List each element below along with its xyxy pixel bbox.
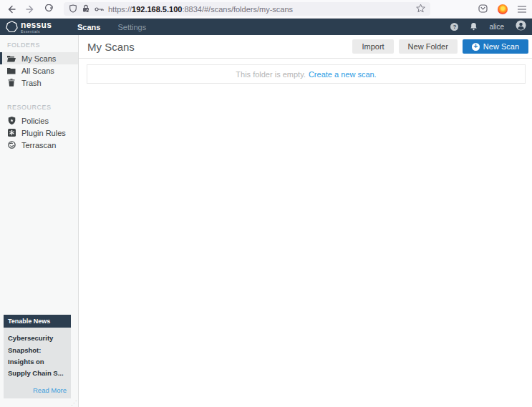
tab-settings[interactable]: Settings bbox=[117, 23, 146, 31]
sidebar-item-plugin-rules[interactable]: Plugin Rules bbox=[0, 127, 78, 139]
folder-icon bbox=[7, 67, 16, 74]
firefox-account-icon[interactable] bbox=[498, 4, 508, 14]
sidebar-section-resources: RESOURCES bbox=[0, 97, 78, 114]
tab-scans[interactable]: Scans bbox=[77, 23, 100, 31]
menu-hamburger-icon[interactable] bbox=[518, 3, 526, 16]
planet-icon bbox=[7, 141, 16, 149]
empty-folder-text: This folder is empty. bbox=[236, 70, 306, 79]
sidebar-item-my-scans[interactable]: My Scans bbox=[0, 52, 78, 64]
brand-subtitle: Essentials bbox=[21, 30, 52, 34]
pocket-icon[interactable] bbox=[478, 3, 488, 16]
sidebar-item-all-scans[interactable]: All Scans bbox=[0, 64, 78, 77]
bookmark-star-icon[interactable] bbox=[416, 3, 425, 16]
sidebar-item-label: Terrascan bbox=[21, 141, 56, 149]
app-header: nessus Essentials Scans Settings ? alice bbox=[0, 19, 532, 35]
new-folder-button[interactable]: New Folder bbox=[399, 39, 458, 54]
news-title: Tenable News bbox=[4, 315, 71, 328]
sidebar-item-label: Trash bbox=[21, 79, 42, 87]
create-new-scan-link[interactable]: Create a new scan. bbox=[309, 70, 377, 79]
main-content: My Scans Import New Folder + New Scan Th… bbox=[79, 35, 532, 407]
sidebar-item-trash[interactable]: Trash bbox=[0, 77, 78, 89]
browser-toolbar: https://192.168.5.100:8834/#/scans/folde… bbox=[0, 0, 532, 19]
shield-star-icon bbox=[7, 117, 16, 125]
plus-icon: + bbox=[472, 43, 480, 51]
notifications-bell-icon[interactable] bbox=[470, 21, 478, 34]
sidebar-item-label: Plugin Rules bbox=[21, 129, 66, 137]
nessus-logo[interactable]: nessus Essentials bbox=[0, 21, 74, 34]
back-button[interactable] bbox=[7, 5, 16, 14]
sidebar-item-label: All Scans bbox=[21, 67, 54, 75]
empty-folder-notice: This folder is empty. Create a new scan. bbox=[87, 64, 526, 84]
insecure-lock-icon[interactable] bbox=[82, 3, 90, 16]
tenable-news-widget: Tenable News Cybersecurity Snapshot: Ins… bbox=[4, 315, 71, 398]
browser-window: https://192.168.5.100:8834/#/scans/folde… bbox=[0, 0, 532, 407]
url-bar[interactable]: https://192.168.5.100:8834/#/scans/folde… bbox=[64, 2, 430, 16]
sidebar-item-label: My Scans bbox=[21, 54, 56, 63]
sidebar-item-label: Policies bbox=[21, 117, 49, 125]
news-read-more-link[interactable]: Read More bbox=[8, 386, 67, 394]
trash-icon bbox=[7, 79, 16, 87]
page-title: My Scans bbox=[87, 41, 135, 53]
nessus-heptagon-icon bbox=[6, 21, 18, 33]
url-text: https://192.168.5.100:8834/#/scans/folde… bbox=[108, 5, 293, 14]
reload-button[interactable] bbox=[44, 4, 54, 14]
help-icon[interactable]: ? bbox=[450, 23, 458, 31]
new-scan-label: New Scan bbox=[483, 42, 519, 51]
username[interactable]: alice bbox=[489, 23, 504, 31]
brand-name: nessus bbox=[21, 21, 52, 29]
sidebar: FOLDERS My Scans All Scans Trash RESO bbox=[0, 35, 79, 407]
sidebar-item-policies[interactable]: Policies bbox=[0, 114, 78, 127]
tracking-protection-shield-icon[interactable] bbox=[69, 3, 77, 16]
news-headline[interactable]: Cybersecurity Snapshot: Insights on Supp… bbox=[8, 333, 67, 379]
plugin-icon bbox=[7, 129, 16, 137]
key-icon[interactable] bbox=[95, 3, 104, 16]
forward-button[interactable] bbox=[26, 5, 34, 14]
new-scan-button[interactable]: + New Scan bbox=[463, 39, 528, 54]
sidebar-item-terrascan[interactable]: Terrascan bbox=[0, 139, 78, 151]
import-button[interactable]: Import bbox=[352, 39, 393, 54]
sidebar-resize-handle[interactable]: ⋰ bbox=[71, 400, 77, 406]
sidebar-section-folders: FOLDERS bbox=[0, 35, 78, 52]
user-avatar[interactable] bbox=[516, 20, 526, 34]
page-header: My Scans Import New Folder + New Scan bbox=[79, 35, 532, 59]
folder-open-icon bbox=[7, 55, 16, 62]
